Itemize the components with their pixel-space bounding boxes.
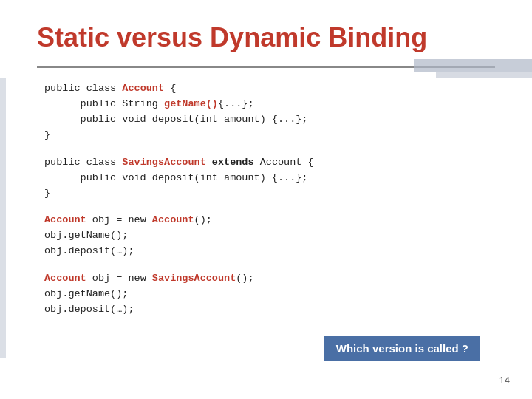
- code-close1: }: [44, 129, 50, 140]
- code-instance-savings: Account obj = new SavingsAccount(); obj.…: [44, 271, 495, 318]
- code-keyword: public class: [44, 83, 122, 94]
- code-close2: }: [44, 188, 50, 199]
- page-number: 14: [499, 375, 510, 386]
- code-keyword2: public class: [44, 157, 122, 168]
- content-area: public class Account { public String get…: [37, 81, 495, 318]
- code-getname2: obj.getName();: [44, 288, 128, 299]
- code-instance-account-label: Account: [44, 214, 86, 225]
- code-classname-savings: SavingsAccount: [122, 157, 205, 168]
- code-brace: {: [164, 83, 176, 94]
- code-block-savingsaccount: public class SavingsAccount extends Acco…: [44, 155, 495, 202]
- code-instance-savings-label: Account: [44, 273, 86, 284]
- code-instance-account-paren: ();: [194, 214, 212, 225]
- code-block-account: public class Account { public String get…: [44, 81, 495, 143]
- code-instance-account: Account obj = new Account(); obj.getName…: [44, 213, 495, 259]
- slide: Static versus Dynamic Binding public cla…: [0, 0, 532, 399]
- code-instance-account-new: obj = new: [86, 214, 152, 225]
- code-instance-savings-new: obj = new: [86, 273, 152, 284]
- code-indent1: public String: [44, 98, 164, 109]
- code-new-savings: SavingsAccount: [152, 273, 236, 284]
- code-getname1: obj.getName();: [44, 230, 128, 241]
- accent-bar-top: [414, 59, 532, 72]
- tooltip-box: Which version is called ?: [324, 336, 480, 361]
- code-body1: {...};: [218, 98, 254, 109]
- code-classname-account: Account: [122, 83, 164, 94]
- code-indent2: public void deposit(int amount) {...};: [44, 114, 307, 125]
- code-new-account: Account: [152, 214, 194, 225]
- left-accent-bar: [0, 78, 6, 358]
- code-instance-savings-paren: ();: [236, 273, 253, 284]
- code-extends: extends Account {: [206, 157, 314, 168]
- slide-title: Static versus Dynamic Binding: [37, 22, 495, 53]
- code-deposit1: obj.deposit(…);: [44, 245, 134, 256]
- code-indent3: public void deposit(int amount) {...};: [44, 172, 307, 183]
- code-deposit2: obj.deposit(…);: [44, 304, 134, 315]
- code-method-getname: getName(): [164, 98, 218, 109]
- accent-bar-bottom: [436, 72, 532, 78]
